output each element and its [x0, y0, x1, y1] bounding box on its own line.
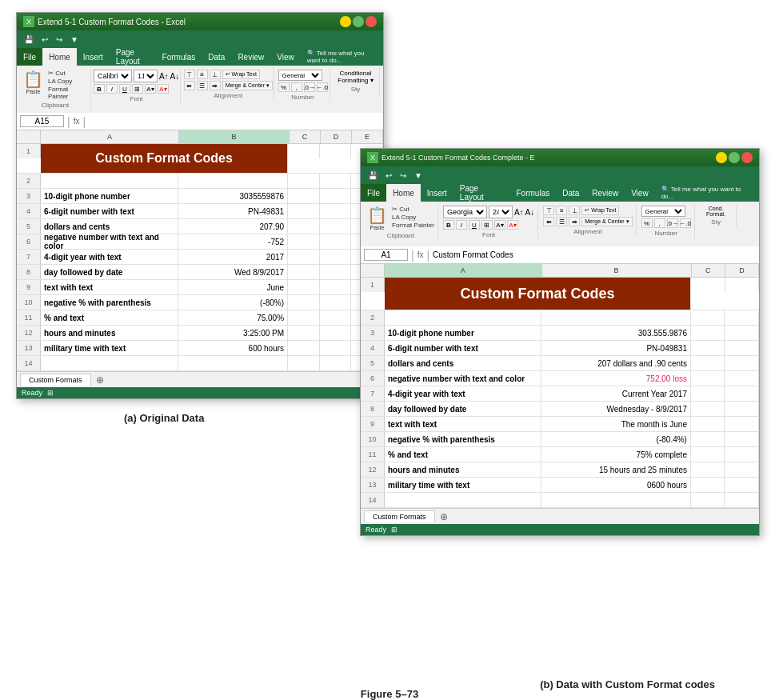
maximize-btn-b[interactable]: [729, 152, 740, 163]
cell-2d-b[interactable]: [725, 310, 759, 325]
cell-3b-b[interactable]: 303.555.9876: [541, 326, 691, 340]
cell-14c-a[interactable]: [288, 356, 320, 370]
cell-4b-a[interactable]: PN-49831: [178, 204, 289, 218]
align-top-b[interactable]: ⊤: [543, 206, 554, 215]
undo-qa-btn-b[interactable]: ↩: [383, 170, 394, 181]
col-b-header-b[interactable]: B: [542, 264, 692, 277]
cell-8b-a[interactable]: Wed 8/9/2017: [178, 265, 289, 279]
cell-13b-a[interactable]: 600 hours: [178, 341, 289, 355]
font-select-b[interactable]: Georgia: [443, 206, 487, 218]
cell-7b-b[interactable]: Current Year 2017: [541, 386, 691, 401]
col-b-header-a[interactable]: B: [179, 130, 290, 143]
tab-pagelayout-b[interactable]: Page Layout: [453, 184, 510, 202]
copy-btn-a[interactable]: LA Copy: [48, 78, 87, 85]
maximize-btn-a[interactable]: [353, 16, 364, 27]
italic-btn-a[interactable]: I: [106, 84, 118, 94]
comma-btn-a[interactable]: ,: [291, 82, 302, 92]
minimize-btn-a[interactable]: [340, 16, 351, 27]
align-center-a[interactable]: ☰: [197, 81, 208, 90]
tab-home-b[interactable]: Home: [386, 184, 421, 202]
header-cell-a[interactable]: Custom Format Codes: [41, 144, 288, 173]
conditional-format-b[interactable]: Cond.Format.: [706, 206, 725, 217]
cell-13b-b[interactable]: 0600 hours: [541, 478, 691, 492]
cell-11b-a[interactable]: 75.00%: [178, 310, 289, 325]
tab-view-b[interactable]: View: [625, 184, 655, 202]
font-select-a[interactable]: Calibri: [94, 70, 132, 82]
align-right-b[interactable]: ➡: [569, 217, 580, 226]
tab-tellme-a[interactable]: 🔍 Tell me what you want to do...: [301, 48, 383, 66]
font-grow-b[interactable]: A↑: [514, 208, 524, 217]
cell-2b-a[interactable]: [178, 174, 289, 188]
cell-9a-a[interactable]: text with text: [41, 280, 178, 294]
fontcolor-btn-b[interactable]: A▾: [507, 220, 518, 230]
col-a-header-a[interactable]: A: [41, 130, 179, 143]
name-box-b[interactable]: [364, 249, 408, 261]
cell-5b-a[interactable]: 207.90: [178, 219, 289, 234]
cell-5a-b[interactable]: dollars and cents: [385, 356, 541, 370]
wrap-text-b[interactable]: ↵ Wrap Text: [581, 206, 619, 215]
cell-2c-a[interactable]: [288, 174, 320, 188]
cell-14d-b[interactable]: [725, 493, 759, 507]
dec-inc-a[interactable]: .0→: [304, 82, 315, 92]
cell-12c-b[interactable]: [691, 462, 725, 477]
format-painter-btn-a[interactable]: Format Painter: [48, 86, 87, 100]
cell-2a-b[interactable]: [385, 310, 541, 325]
cell-4d-a[interactable]: [320, 204, 352, 218]
cell-14b-a[interactable]: [178, 356, 289, 370]
cell-7b-a[interactable]: 2017: [178, 250, 289, 264]
tab-review-b[interactable]: Review: [585, 184, 625, 202]
cell-11b-b[interactable]: 75% complete: [541, 447, 691, 462]
sheet-tab-add-b[interactable]: ⊕: [435, 511, 453, 522]
header-cell-b[interactable]: Custom Format Codes: [385, 278, 691, 310]
sheet-tab-b[interactable]: Custom Formats: [364, 510, 435, 522]
cell-1c-b[interactable]: [691, 278, 725, 292]
cell-9c-b[interactable]: [691, 417, 725, 431]
dec-dec-b[interactable]: ←.0: [680, 218, 691, 228]
cell-8b-b[interactable]: Wednesday - 8/9/2017: [541, 402, 691, 416]
cell-10c-b[interactable]: [691, 432, 725, 446]
underline-btn-b[interactable]: U: [469, 220, 480, 230]
tab-review-a[interactable]: Review: [231, 48, 270, 66]
cell-4b-b[interactable]: PN-049831: [541, 341, 691, 355]
fillcolor-btn-a[interactable]: A▾: [145, 84, 156, 94]
paste-area-b[interactable]: 📋 Paste: [367, 206, 387, 230]
align-top-a[interactable]: ⊤: [184, 70, 195, 79]
close-btn-b[interactable]: [741, 152, 753, 163]
cell-13d-a[interactable]: [320, 341, 352, 355]
font-size-b[interactable]: 24: [489, 206, 513, 218]
cell-9d-b[interactable]: [725, 417, 759, 431]
cell-12d-a[interactable]: [320, 326, 352, 340]
tab-pagelayout-a[interactable]: Page Layout: [110, 48, 156, 66]
font-size-a[interactable]: 11: [134, 70, 158, 82]
cell-12a-a[interactable]: hours and minutes: [41, 326, 178, 340]
cell-11c-b[interactable]: [691, 447, 725, 462]
cell-10a-a[interactable]: negative % with parenthesis: [41, 295, 178, 310]
cell-11d-b[interactable]: [725, 447, 759, 462]
cell-14d-a[interactable]: [320, 356, 352, 370]
cell-11c-a[interactable]: [288, 310, 320, 325]
cell-10d-a[interactable]: [320, 295, 352, 310]
cell-1d-b[interactable]: [725, 278, 759, 292]
cell-14b-b[interactable]: [541, 493, 691, 507]
format-painter-btn-b[interactable]: Format Painter: [392, 222, 434, 229]
cell-3d-b[interactable]: [725, 326, 759, 340]
cell-12b-a[interactable]: 3:25:00 PM: [178, 326, 289, 340]
cell-3d-a[interactable]: [320, 189, 352, 203]
tab-file-a[interactable]: File: [17, 48, 42, 66]
cell-11d-a[interactable]: [320, 310, 352, 325]
cell-7d-a[interactable]: [320, 250, 352, 264]
cell-7c-a[interactable]: [288, 250, 320, 264]
cell-13a-a[interactable]: military time with text: [41, 341, 178, 355]
cell-14a-a[interactable]: [41, 356, 178, 370]
align-mid-a[interactable]: ≡: [197, 70, 208, 79]
cell-5d-b[interactable]: [725, 356, 759, 370]
pct-btn-b[interactable]: %: [641, 218, 653, 228]
cell-3b-a[interactable]: 3035559876: [178, 189, 289, 203]
cell-5c-b[interactable]: [691, 356, 725, 370]
sheet-tab-add-a[interactable]: ⊕: [91, 374, 109, 386]
align-right-a[interactable]: ➡: [210, 81, 221, 90]
pct-btn-a[interactable]: %: [278, 82, 290, 92]
customize-qa-btn-a[interactable]: ▼: [68, 34, 81, 45]
cell-9c-a[interactable]: [288, 280, 320, 294]
cell-14c-b[interactable]: [691, 493, 725, 507]
